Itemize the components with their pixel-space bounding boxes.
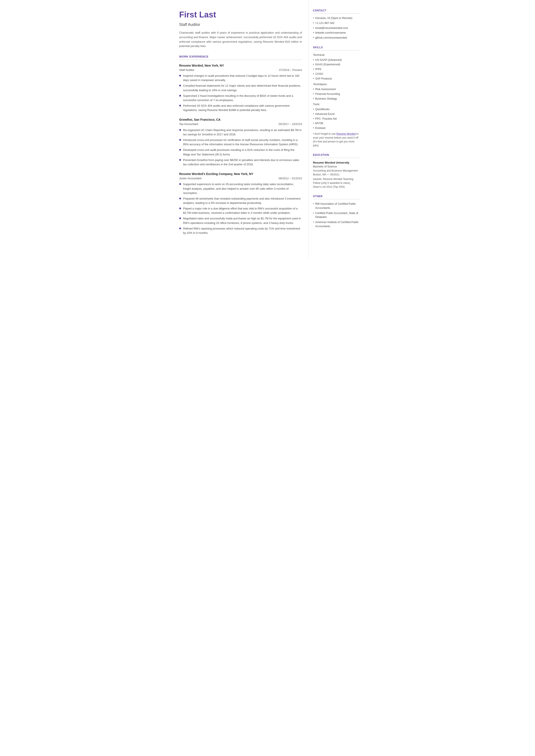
skill-myob: MYOB: [313, 121, 359, 126]
bullet-3-1: Supported supervisors to work on 29 acco…: [179, 182, 302, 195]
job-dates-2: 05/2017 – 10/2019: [279, 122, 302, 126]
edu-block-1: Resume Worded University Bachelor of Sci…: [313, 160, 359, 189]
skill-gaas: GAAS (Experienced): [313, 63, 359, 67]
job-role-3: Junior Accountant: [179, 176, 202, 181]
job-company-2: Growthsi, San Francisco, CA: [179, 118, 221, 122]
bullet-dot: [179, 159, 181, 161]
right-column: CONTACT Honolulu, HI (Open to Remote) +1…: [309, 0, 365, 259]
job-block-3: Resume Worded's Exciting Company, New Yo…: [179, 172, 302, 235]
skills-cat-techniques: Techniques:: [313, 82, 359, 86]
edu-awards: Awards: Resume Worded Teaching Fellow (o…: [313, 177, 359, 189]
skill-sap: SAP Products: [313, 77, 359, 81]
job-header-1: Resume Worded, New York, NY: [179, 63, 302, 68]
skill-business-strategy: Business Strategy: [313, 97, 359, 101]
job-dates-1: 07/2019 – Present: [279, 68, 302, 72]
other-title: OTHER: [313, 194, 359, 199]
job-bullets-1: Inspired changes in audit procedures tha…: [179, 74, 302, 112]
contact-list: Honolulu, HI (Open to Remote) +1-121-987…: [313, 16, 359, 40]
bullet-dot: [179, 183, 181, 185]
work-experience-section: WORK EXPERIENCE Resume Worded, New York,…: [179, 55, 302, 235]
skills-cat-technical: Technical:: [313, 53, 359, 57]
edu-field: Accounting and Business Management: [313, 169, 359, 173]
skill-quickbooks: QuickBooks: [313, 107, 359, 111]
contact-section: CONTACT Honolulu, HI (Open to Remote) +1…: [313, 9, 359, 40]
skills-list-technical: US GAAP (Advanced) GAAS (Experienced) IF…: [313, 58, 359, 81]
bullet-3-5: Refined RW's reporting processes which r…: [179, 227, 302, 235]
bullet-dot: [179, 228, 181, 229]
bullet-1-1: Inspired changes in audit procedures tha…: [179, 74, 302, 82]
skill-financial-accounting: Financial Accounting: [313, 92, 359, 96]
bullet-dot: [179, 198, 181, 199]
other-item-1: RW Association of Certified Public Accou…: [313, 202, 359, 210]
bullet-dot: [179, 75, 181, 76]
job-block-1: Resume Worded, New York, NY Staff Audito…: [179, 63, 302, 113]
bullet-1-2: Compiled financial statements for 12 maj…: [179, 84, 302, 92]
bullet-3-3: Played a major role in a due diligence e…: [179, 207, 302, 215]
education-section: EDUCATION Resume Worded University Bache…: [313, 153, 359, 189]
bullet-dot: [179, 129, 181, 131]
bullet-2-2: Introduced cross-unit processes for veri…: [179, 138, 302, 147]
bullet-dot: [179, 208, 181, 209]
bullet-dot: [179, 105, 181, 106]
skill-essbase: Essbase: [313, 126, 359, 130]
bullet-2-4: Prevented Growthsi from paying over $825…: [179, 158, 302, 167]
bullet-dot: [179, 95, 181, 97]
bullet-2-1: Re-organized UC Claim Reporting and resp…: [179, 128, 302, 137]
job-bullets-2: Re-organized UC Claim Reporting and resp…: [179, 128, 302, 167]
job-company-3: Resume Worded's Exciting Company, New Yo…: [179, 172, 253, 176]
job-header-2: Growthsi, San Francisco, CA: [179, 118, 302, 122]
skills-list-techniques: Risk Assessment Financial Accounting Bus…: [313, 87, 359, 101]
skills-cat-tools: Tools:: [313, 102, 359, 106]
bullet-dot: [179, 139, 181, 141]
job-role-2: Tax Accountant: [179, 122, 198, 126]
contact-title: CONTACT: [313, 9, 359, 14]
job-role-line-3: Junior Accountant 08/2012 – 01/2015: [179, 176, 302, 181]
contact-item-phone: +1-121-987-342: [313, 21, 359, 25]
bullet-dot: [179, 149, 181, 151]
skill-coso: COSO: [313, 72, 359, 76]
other-item-2: Certified Public Accountant, State of De…: [313, 211, 359, 219]
skill-us-gaap: US GAAP (Advanced): [313, 58, 359, 62]
promo-link[interactable]: Resume Worded: [336, 132, 356, 135]
edu-location-date: Boston, MA — 05/2011: [313, 173, 359, 177]
skill-risk: Risk Assessment: [313, 87, 359, 91]
skills-list-tools: QuickBooks Advanced Excel PPC- Practise …: [313, 107, 359, 130]
bullet-2-3: Developed cross-unit audit processes res…: [179, 148, 302, 156]
job-dates-3: 08/2012 – 01/2015: [279, 176, 302, 181]
job-header-3: Resume Worded's Exciting Company, New Yo…: [179, 172, 302, 176]
job-role-line-1: Staff Auditor 07/2019 – Present: [179, 68, 302, 72]
job-role-1: Staff Auditor: [179, 68, 195, 72]
bullet-dot: [179, 85, 181, 86]
contact-item-github: github.com/resumeworded: [313, 36, 359, 40]
skill-ifrs: IFRS: [313, 67, 359, 71]
other-list: RW Association of Certified Public Accou…: [313, 202, 359, 228]
edu-school-name: Resume Worded University: [313, 160, 359, 165]
work-experience-title: WORK EXPERIENCE: [179, 55, 302, 60]
job-company-1: Resume Worded, New York, NY: [179, 63, 224, 68]
contact-item-linkedin: linkedin.com/in/username: [313, 31, 359, 35]
skill-ppc: PPC- Practise Aid: [313, 117, 359, 121]
left-column: First Last Staff Auditor Charismatic sta…: [171, 0, 309, 259]
bullet-3-4: Negotiated rates and successfully made p…: [179, 216, 302, 225]
job-block-2: Growthsi, San Francisco, CA Tax Accounta…: [179, 118, 302, 167]
bullet-3-2: Prepared 49 worksheets that revealed out…: [179, 197, 302, 205]
bullet-1-4: Performed 16 SOX 404 audits and also enf…: [179, 104, 302, 112]
candidate-title: Staff Auditor: [179, 22, 302, 28]
candidate-summary: Charismatic staff auditor with 8 years o…: [179, 31, 302, 48]
education-title: EDUCATION: [313, 153, 359, 158]
contact-item-location: Honolulu, HI (Open to Remote): [313, 16, 359, 20]
job-role-line-2: Tax Accountant 05/2017 – 10/2019: [179, 122, 302, 126]
candidate-name: First Last: [179, 9, 302, 21]
resume-header: First Last Staff Auditor Charismatic sta…: [179, 9, 302, 48]
job-bullets-3: Supported supervisors to work on 29 acco…: [179, 182, 302, 235]
edu-degree: Bachelor of Science: [313, 165, 359, 169]
other-item-3: American Institute of Certified Public A…: [313, 220, 359, 228]
skills-section: SKILLS Technical: US GAAP (Advanced) GAA…: [313, 45, 359, 147]
other-section: OTHER RW Association of Certified Public…: [313, 194, 359, 228]
bullet-dot: [179, 217, 181, 219]
resume-page: First Last Staff Auditor Charismatic sta…: [171, 0, 365, 259]
promo-box: • Don't forget to use Resume Worded to s…: [313, 132, 359, 147]
bullet-1-3: Supervised 2 fraud investigations result…: [179, 94, 302, 102]
contact-item-email: email@resumeworded.com: [313, 26, 359, 30]
skills-title: SKILLS: [313, 45, 359, 50]
